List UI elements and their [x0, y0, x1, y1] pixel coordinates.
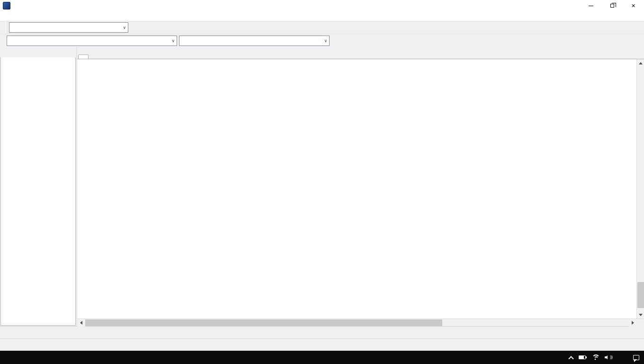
main-toolbar: ∨ — [0, 21, 644, 34]
chevron-down-icon: ∨ — [169, 38, 175, 43]
arrow-left-icon — [80, 321, 82, 325]
restore-button[interactable] — [601, 0, 623, 11]
members-dropdown[interactable]: ∨ — [179, 36, 330, 46]
vertical-scrollbar[interactable] — [636, 59, 644, 318]
report-tabs — [0, 326, 644, 338]
minimize-button[interactable] — [580, 0, 601, 11]
editor-tab-bar — [77, 47, 644, 59]
horizontal-scrollbar[interactable] — [77, 318, 644, 326]
scrollbar-corner — [636, 319, 644, 327]
action-center-icon[interactable] — [633, 355, 639, 360]
compiler-dropdown[interactable]: ∨ — [9, 22, 128, 33]
minimize-icon — [589, 6, 593, 6]
editor[interactable] — [77, 59, 644, 318]
close-icon: × — [631, 2, 635, 9]
chevron-down-icon: ∨ — [120, 25, 126, 30]
arrow-down-icon — [639, 314, 643, 316]
taskbar — [0, 351, 644, 364]
horizontal-scrollbar-thumb[interactable] — [85, 319, 442, 326]
project-tree[interactable] — [0, 57, 76, 326]
close-button[interactable]: × — [623, 0, 644, 11]
battery-icon[interactable] — [579, 355, 586, 359]
chevron-down-icon: ∨ — [321, 38, 327, 43]
project-panel — [0, 47, 77, 326]
compiler-panel: ∨ — [7, 22, 131, 33]
project-panel-tabs — [0, 47, 76, 57]
main-area — [0, 47, 644, 326]
arrow-up-icon — [639, 62, 643, 64]
title-bar: × — [0, 0, 644, 11]
scroll-right-button[interactable] — [629, 319, 636, 327]
wifi-icon[interactable] — [591, 355, 599, 360]
volume-icon[interactable] — [605, 355, 612, 360]
menu-bar — [0, 11, 644, 21]
tray-chevron-up-icon[interactable] — [568, 356, 573, 361]
window-controls: × — [580, 0, 644, 11]
globals-dropdown[interactable]: ∨ — [7, 36, 177, 46]
scroll-up-button[interactable] — [637, 59, 644, 67]
restore-icon — [610, 4, 614, 8]
scroll-left-button[interactable] — [77, 319, 85, 327]
arrow-right-icon — [632, 321, 634, 325]
devcpp-window: × ∨ ∨ ∨ — [0, 0, 644, 364]
editor-column — [77, 47, 644, 326]
project-toolbar: ∨ ∨ — [0, 34, 644, 47]
status-bar — [0, 338, 644, 351]
devcpp-app-icon — [3, 2, 10, 9]
editor-tab-oyun-cpp[interactable] — [78, 55, 89, 59]
system-tray — [569, 351, 644, 364]
code-lines — [77, 59, 636, 318]
scroll-down-button[interactable] — [637, 311, 644, 318]
vertical-scrollbar-thumb[interactable] — [637, 282, 644, 308]
